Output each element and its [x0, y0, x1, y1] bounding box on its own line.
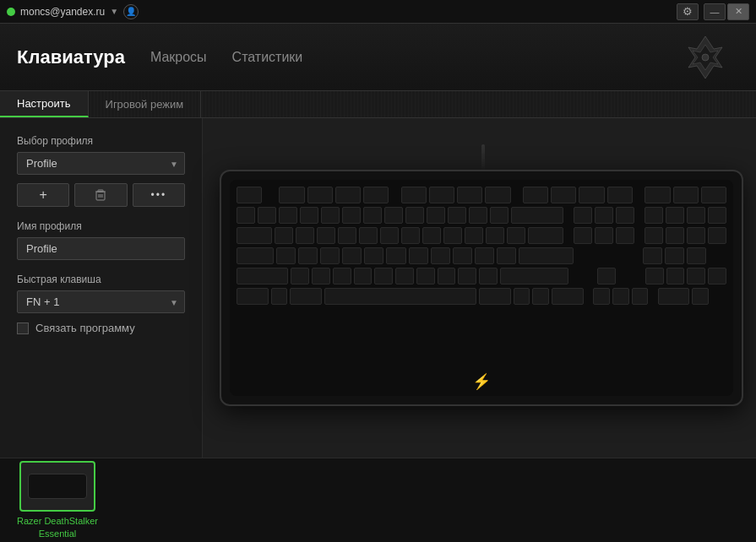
tab-configure[interactable]: Настроить — [0, 91, 89, 117]
key-caps[interactable] — [237, 247, 274, 264]
key-numdot[interactable] — [692, 288, 709, 305]
key-backslash[interactable] — [528, 227, 563, 244]
key-f9[interactable] — [523, 187, 548, 203]
key-w[interactable] — [296, 227, 314, 244]
key-h[interactable] — [386, 247, 405, 264]
key-numlock[interactable] — [645, 207, 663, 224]
key-f5[interactable] — [401, 187, 427, 203]
minimize-button[interactable]: — — [704, 3, 726, 20]
key-lshift[interactable] — [237, 268, 288, 285]
device-thumbnail[interactable] — [19, 461, 95, 512]
key-5[interactable] — [342, 207, 361, 224]
key-f6[interactable] — [429, 187, 454, 203]
key-num0[interactable] — [658, 288, 690, 305]
key-comma[interactable] — [438, 268, 456, 285]
key-arrowup[interactable] — [597, 268, 616, 285]
key-f7[interactable] — [457, 187, 482, 203]
key-3[interactable] — [300, 207, 318, 224]
key-pause[interactable] — [701, 187, 726, 203]
key-7[interactable] — [384, 207, 403, 224]
key-o[interactable] — [443, 227, 462, 244]
nav-macros[interactable]: Макросы — [150, 50, 207, 65]
key-backspace[interactable] — [511, 207, 563, 224]
key-f11[interactable] — [579, 187, 604, 203]
key-pgup[interactable] — [616, 207, 634, 224]
key-4[interactable] — [321, 207, 340, 224]
key-f[interactable] — [342, 247, 362, 264]
key-u[interactable] — [401, 227, 420, 244]
key-k[interactable] — [431, 247, 450, 264]
key-b[interactable] — [374, 268, 393, 285]
delete-profile-button[interactable] — [74, 183, 127, 207]
key-f12[interactable] — [607, 187, 633, 203]
key-1[interactable] — [258, 207, 276, 224]
key-arrowleft[interactable] — [593, 288, 610, 305]
key-p[interactable] — [465, 227, 483, 244]
key-numadd[interactable] — [708, 227, 726, 244]
key-num4[interactable] — [643, 247, 662, 264]
key-equals[interactable] — [490, 207, 509, 224]
key-lbracket[interactable] — [486, 227, 504, 244]
key-z[interactable] — [291, 268, 309, 285]
key-j[interactable] — [409, 247, 428, 264]
key-prtsc[interactable] — [645, 187, 670, 203]
key-lalt[interactable] — [290, 288, 322, 305]
key-c[interactable] — [333, 268, 351, 285]
key-num8[interactable] — [666, 227, 684, 244]
add-profile-button[interactable]: + — [17, 183, 69, 207]
key-f10[interactable] — [551, 187, 576, 203]
hotkey-select[interactable]: FN + 1 — [17, 290, 185, 313]
key-pgdn[interactable] — [616, 227, 634, 244]
key-i[interactable] — [422, 227, 441, 244]
key-quote[interactable] — [497, 247, 516, 264]
profile-name-input[interactable] — [17, 237, 185, 260]
link-program-checkbox[interactable] — [17, 322, 29, 334]
key-q[interactable] — [275, 227, 293, 244]
key-del[interactable] — [574, 227, 592, 244]
key-f8[interactable] — [485, 187, 510, 203]
key-ins[interactable] — [574, 207, 592, 224]
tab-game-mode[interactable]: Игровой режим — [89, 91, 202, 117]
key-arrowright[interactable] — [632, 288, 649, 305]
key-num5[interactable] — [665, 247, 684, 264]
key-enter[interactable] — [519, 247, 574, 264]
key-r[interactable] — [338, 227, 356, 244]
key-minus[interactable] — [469, 207, 487, 224]
key-num7[interactable] — [645, 227, 663, 244]
user-dropdown-arrow[interactable]: ▼ — [110, 7, 118, 16]
key-space[interactable] — [324, 288, 476, 305]
key-x[interactable] — [312, 268, 330, 285]
key-8[interactable] — [405, 207, 424, 224]
key-rshift[interactable] — [500, 268, 568, 285]
key-6[interactable] — [363, 207, 382, 224]
key-l[interactable] — [453, 247, 472, 264]
key-rbracket[interactable] — [507, 227, 525, 244]
key-period[interactable] — [458, 268, 476, 285]
key-arrowdown[interactable] — [612, 288, 629, 305]
key-slash[interactable] — [479, 268, 498, 285]
key-scrlk[interactable] — [673, 187, 699, 203]
key-t[interactable] — [359, 227, 378, 244]
nav-stats[interactable]: Статистики — [232, 50, 303, 65]
key-y[interactable] — [380, 227, 399, 244]
key-f1[interactable] — [279, 187, 304, 203]
key-numenter[interactable] — [708, 268, 726, 285]
close-button[interactable]: ✕ — [727, 3, 749, 20]
key-9[interactable] — [427, 207, 445, 224]
key-num3[interactable] — [687, 268, 705, 285]
key-num2[interactable] — [666, 268, 685, 285]
key-d[interactable] — [320, 247, 340, 264]
key-home[interactable] — [595, 207, 613, 224]
key-n[interactable] — [395, 268, 414, 285]
key-lctrl[interactable] — [237, 288, 269, 305]
key-tab[interactable] — [237, 227, 272, 244]
key-menu[interactable] — [532, 288, 549, 305]
key-ralt[interactable] — [479, 288, 511, 305]
key-num9[interactable] — [687, 227, 705, 244]
key-s[interactable] — [298, 247, 318, 264]
key-0[interactable] — [448, 207, 466, 224]
more-options-button[interactable]: ••• — [133, 183, 185, 207]
key-fn[interactable] — [514, 288, 530, 305]
settings-button[interactable]: ⚙ — [677, 3, 699, 20]
key-f3[interactable] — [335, 187, 361, 203]
